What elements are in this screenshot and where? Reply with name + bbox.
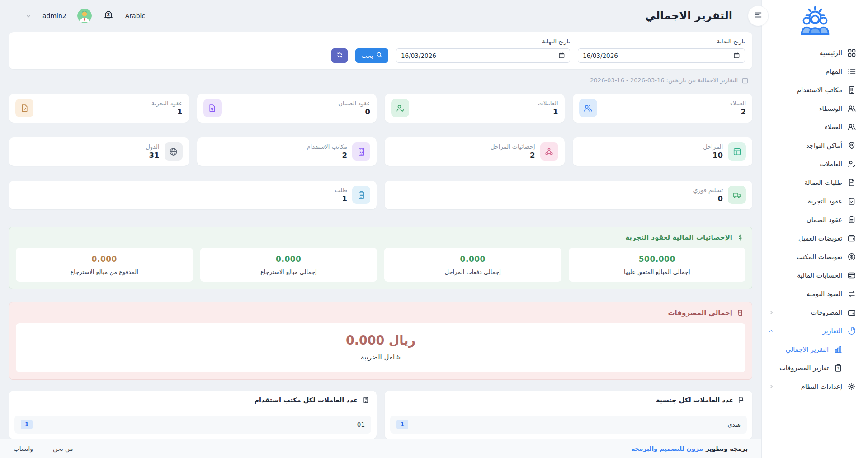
sidebar-item-recruitment-offices[interactable]: مكاتب الاستقدام (762, 80, 868, 99)
language-selector[interactable]: Arabic (125, 12, 145, 19)
refresh-button[interactable] (331, 48, 348, 63)
users-icon (579, 99, 597, 117)
chevron-right-icon (768, 383, 774, 390)
stat-value: 2 (307, 151, 347, 160)
sidebar-item-label: الوسطاء (819, 105, 842, 112)
content: تاريخ البداية 16/03/2026 تاريخ النهاية 1… (0, 32, 761, 439)
notifications-bell-icon[interactable]: 2 (103, 10, 114, 22)
chevron-right-icon (768, 309, 774, 316)
dollar-circle-icon (847, 252, 856, 261)
sidebar-item-system-settings[interactable]: إعدادات النظام (762, 377, 868, 396)
stat-card-recruitment-offices: مكاتب الاستقدام 2 (197, 137, 377, 166)
chevron-down-icon[interactable] (25, 13, 32, 19)
topbar-left-group: Arabic 2 admin2 (13, 9, 145, 23)
office-table-body: 01 1 (9, 410, 377, 439)
about-us-link[interactable]: من نحن (53, 445, 73, 452)
start-date-value: 16/03/2026 (583, 52, 618, 59)
stat-value: 2 (491, 151, 535, 160)
chevron-up-icon (768, 328, 774, 334)
total-expenses-section: إجمالي المصروفات 0.000 ريال شامل الضريبة (9, 302, 752, 380)
office-name: 01 (357, 421, 365, 428)
page-title: التقرير الاجمالي (645, 9, 732, 22)
stat-label: مكاتب الاستقدام (307, 143, 347, 150)
grid-icon (847, 48, 856, 57)
financial-statistics-section: الإحصائيات المالية لعقود التجربة 500.000… (9, 227, 752, 289)
sidebar-item-locations[interactable]: أماكن التواجد (762, 136, 868, 155)
search-button[interactable]: بحث (355, 48, 388, 63)
notification-count: 2 (107, 12, 110, 17)
calendar-icon[interactable] (558, 52, 565, 59)
building-icon (352, 142, 370, 161)
sidebar-item-labor-requests[interactable]: طلبات العمالة (762, 173, 868, 192)
sidebar-item-clients[interactable]: العملاء (762, 118, 868, 136)
network-icon (540, 142, 558, 161)
stat-label: عقود الضمان (338, 100, 370, 107)
footer: برمجة وتطوير مزون للتصميم والبرمجة من نح… (0, 439, 761, 458)
sidebar-item-overall-report[interactable]: التقرير الاجمالي (762, 340, 868, 359)
sidebar-item-office-compensations[interactable]: تعويضات المكتب (762, 247, 868, 266)
sidebar-item-client-compensations[interactable]: تعويضات العميل (762, 229, 868, 247)
start-date-input[interactable]: 16/03/2026 (578, 48, 745, 63)
stats-row-2: المراحل 10 إحصائيات المراحل 2 مكاتب الاس… (9, 137, 752, 166)
financial-label: إجمالي مبالغ الاسترجاع (205, 269, 373, 275)
building-icon (847, 85, 856, 94)
whatsapp-link[interactable]: واتساب (14, 445, 33, 452)
sidebar-item-home[interactable]: الرئيسية (762, 43, 868, 62)
sidebar: الرئيسية المهام مكاتب الاستقدام الوسطاء … (761, 0, 868, 458)
stat-label: الدول (146, 143, 159, 150)
expenses-tax-note: شامل الضريبة (20, 353, 741, 361)
sidebar-item-workers[interactable]: العاملات (762, 155, 868, 173)
sidebar-item-expense-reports[interactable]: $ تقارير المصروفات (762, 359, 868, 377)
sidebar-item-label: أماكن التواجد (806, 142, 842, 149)
table-row: هندي 1 (390, 416, 747, 434)
file-text-icon (847, 178, 856, 187)
person-check-icon (391, 99, 409, 117)
developer-credit: برمجة وتطوير (706, 445, 748, 452)
end-date-input[interactable]: 16/03/2026 (396, 48, 570, 63)
sidebar-item-daily-entries[interactable]: القيود اليومية (762, 284, 868, 303)
globe-icon (165, 142, 183, 161)
end-date-group: تاريخ النهاية 16/03/2026 (396, 38, 570, 63)
sidebar-nav: الرئيسية المهام مكاتب الاستقدام الوسطاء … (762, 43, 868, 396)
app-logo[interactable] (762, 0, 868, 39)
report-range-text: التقارير الاجمالية بين تاريخين: 16-03-20… (590, 77, 738, 84)
sidebar-item-tasks[interactable]: المهام (762, 62, 868, 80)
financial-card-refund-paid: 0.000 المدفوع من مبالغ الاسترجاع (16, 248, 193, 282)
sidebar-item-trial-contracts[interactable]: عقود التجربة (762, 192, 868, 210)
stat-value: 2 (730, 108, 746, 116)
sidebar-item-expenses[interactable]: المصروفات (762, 303, 868, 321)
end-date-value: 16/03/2026 (401, 52, 436, 59)
sidebar-item-label: تعويضات المكتب (797, 253, 842, 260)
user-avatar[interactable] (77, 9, 92, 23)
truck-icon (728, 186, 746, 204)
sidebar-item-label: العملاء (825, 123, 842, 131)
search-icon (376, 52, 382, 59)
sidebar-item-financial-accounts[interactable]: الحسابات المالية (762, 266, 868, 284)
bar-chart-icon (834, 345, 843, 354)
nationality-table: عدد العاملات لكل جنسية هندي 1 (385, 391, 752, 439)
expenses-section-header: إجمالي المصروفات (18, 309, 744, 317)
nationality-table-body: هندي 1 (385, 410, 752, 439)
stat-value: 1 (538, 108, 558, 116)
sidebar-item-brokers[interactable]: الوسطاء (762, 99, 868, 118)
developer-company-link[interactable]: مزون للتصميم والبرمجة (631, 445, 703, 452)
dollar-icon (736, 234, 744, 241)
receipt-icon (736, 309, 744, 316)
calendar-icon[interactable] (733, 52, 740, 59)
financial-value: 500.000 (573, 255, 741, 264)
clipboard-dollar-icon: $ (834, 364, 843, 373)
office-building-icon (362, 397, 369, 404)
sidebar-item-warranty-contracts[interactable]: عقود الضمان (762, 210, 868, 229)
topbar: التقرير الاجمالي Arabic 2 admin2 (0, 0, 761, 32)
sidebar-item-label: تعويضات العميل (798, 235, 842, 242)
sidebar-item-label: المهام (826, 68, 842, 75)
sidebar-item-reports[interactable]: التقارير (762, 321, 868, 340)
expenses-section-title: إجمالي المصروفات (668, 309, 732, 317)
stat-value: 1 (335, 194, 347, 203)
user-menu[interactable]: admin2 (42, 12, 66, 19)
sidebar-item-label: الرئيسية (820, 49, 842, 57)
financial-value: 0.000 (205, 255, 373, 264)
financial-card-stage-payments: 0.000 إجمالي دفعات المراحل (384, 248, 561, 282)
nationality-table-header: عدد العاملات لكل جنسية (385, 391, 752, 410)
stat-card-stage-statistics: إحصائيات المراحل 2 (385, 137, 565, 166)
